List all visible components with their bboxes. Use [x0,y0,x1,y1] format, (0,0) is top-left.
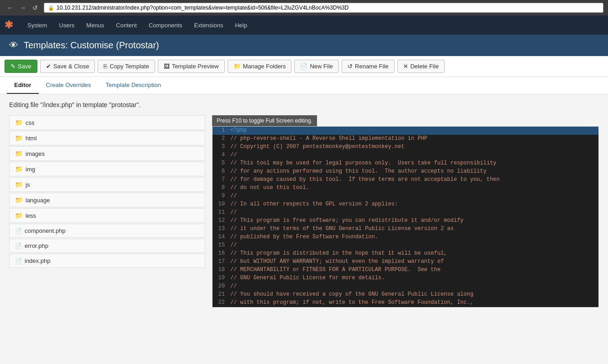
file-error-php[interactable]: 📄 error.php [9,239,205,253]
code-line-2: 2// php-reverse-shell - A Reverse Shell … [213,135,598,143]
tab-strip: Editor Create Overrides Template Descrip… [0,77,608,94]
folder-icon-js: 📁 [15,181,23,188]
file-component-php[interactable]: 📄 component.php [9,224,205,238]
line-content-19: // GNU General Public License for more d… [229,274,598,282]
save-close-button[interactable]: ✔ Save & Close [40,60,95,73]
delete-file-button[interactable]: ✕ Delete File [397,60,445,73]
line-content-12: // This program is free software; you ca… [229,217,598,224]
file-label-error: error.php [25,242,48,249]
browser-chrome: ← → ↺ 🔒 10.10.231.212/administrator/inde… [0,0,608,15]
code-line-19: 19// GNU General Public License for more… [213,274,598,282]
line-content-13: // it under the terms of the GNU General… [229,225,598,232]
forward-button[interactable]: → [17,3,28,12]
nav-extensions[interactable]: Extensions [189,17,229,33]
rename-file-label: Rename File [355,63,389,70]
line-number-15: 15 [213,241,229,249]
folder-html[interactable]: 📁 html [9,131,205,145]
folder-language[interactable]: 📁 language [9,193,205,207]
templates-icon: 👁 [9,40,18,51]
folder-icon-images: 📁 [15,150,23,157]
code-line-11: 11// [213,209,598,217]
template-preview-button[interactable]: 🖼 Template Preview [158,60,225,73]
joomla-logo: ✱ [5,19,13,31]
file-index-php[interactable]: 📄 index.php [9,254,205,268]
editor-panel: Press F10 to toggle Full Screen editing.… [212,115,599,308]
code-line-4: 4// [213,151,598,159]
code-line-10: 10// In all other respects the GPL versi… [213,200,598,209]
line-content-8: // do not use this tool. [229,184,598,191]
check-icon: ✔ [46,63,51,70]
code-line-15: 15// [213,241,598,250]
delete-file-label: Delete File [411,63,439,70]
folder-less[interactable]: 📁 less [9,208,205,223]
code-line-21: 21// You should have received a copy of … [213,291,598,299]
line-content-14: // published by the Free Software Founda… [229,233,598,241]
line-number-9: 9 [213,192,229,200]
folder-label-html: html [26,135,37,142]
folder-icon-html: 📁 [15,134,23,142]
folder-icon: 📁 [234,63,241,70]
reload-button[interactable]: ↺ [30,3,40,12]
code-line-22: 22// with this program; if not, write to… [213,299,598,307]
line-number-19: 19 [213,274,229,282]
file-icon-component: 📄 [15,228,22,234]
new-file-button[interactable]: 📄 New File [294,60,339,73]
line-content-18: // MERCHANTABILITY or FITNESS FOR A PART… [229,266,598,273]
line-content-5: // This tool may be used for legal purpo… [229,159,598,167]
folder-label-img: img [26,166,35,173]
lock-icon: 🔒 [48,5,54,11]
line-content-2: // php-reverse-shell - A Reverse Shell i… [229,135,598,142]
save-label: Save [18,63,31,70]
folder-label-images: images [26,150,45,157]
manage-folders-button[interactable]: 📁 Manage Folders [228,60,292,73]
folder-icon-css: 📁 [15,119,23,126]
folder-img[interactable]: 📁 img [9,162,205,176]
copy-template-label: Copy Template [109,63,149,70]
folder-js[interactable]: 📁 js [9,177,205,192]
code-line-13: 13// it under the terms of the GNU Gener… [213,225,598,233]
code-lines: 1<?php2// php-reverse-shell - A Reverse … [213,127,598,307]
line-content-7: // for damage caused by this tool. If th… [229,176,598,183]
code-line-9: 9// [213,192,598,200]
save-button[interactable]: ✎ Save [5,60,37,73]
back-button[interactable]: ← [5,3,16,12]
line-number-12: 12 [213,217,229,224]
line-content-16: // This program is distributed in the ho… [229,250,598,257]
nav-menus[interactable]: Menus [81,17,109,33]
code-line-17: 17// but WITHOUT ANY WARRANTY; without e… [213,258,598,266]
rename-file-button[interactable]: ↺ Rename File [342,60,395,73]
copy-template-button[interactable]: ⎘ Copy Template [98,60,155,73]
tab-create-overrides[interactable]: Create Overrides [39,77,99,94]
line-number-10: 10 [213,200,229,208]
folder-icon-less: 📁 [15,212,23,219]
line-number-1: 1 [213,127,229,134]
nav-system[interactable]: System [22,17,52,33]
tab-editor[interactable]: Editor [7,77,39,94]
rename-icon: ↺ [348,63,353,70]
line-number-21: 21 [213,291,229,298]
code-line-18: 18// MERCHANTABILITY or FITNESS FOR A PA… [213,266,598,274]
nav-components[interactable]: Components [143,17,188,33]
url-text: 10.10.231.212/administrator/index.php?op… [57,5,348,11]
line-content-17: // but WITHOUT ANY WARRANTY; without eve… [229,258,598,265]
nav-users[interactable]: Users [53,17,80,33]
folder-images[interactable]: 📁 images [9,146,205,161]
line-content-10: // In all other respects the GPL version… [229,200,598,208]
code-editor[interactable]: 1<?php2// php-reverse-shell - A Reverse … [212,126,599,308]
main-layout: 📁 css 📁 html 📁 images 📁 img 📁 js 📁 l [9,115,599,308]
page-header: 👁 Templates: Customise (Protostar) [0,35,608,56]
folder-label-css: css [26,119,35,126]
line-number-20: 20 [213,282,229,290]
preview-icon: 🖼 [164,63,170,70]
line-number-8: 8 [213,184,229,191]
nav-help[interactable]: Help [229,17,253,33]
tab-template-description[interactable]: Template Description [99,77,168,94]
line-number-6: 6 [213,168,229,175]
line-number-3: 3 [213,143,229,150]
page-title: Templates: Customise (Protostar) [24,40,159,51]
manage-folders-label: Manage Folders [243,63,286,70]
nav-content[interactable]: Content [110,17,142,33]
folder-css[interactable]: 📁 css [9,115,205,130]
line-number-13: 13 [213,225,229,232]
address-bar[interactable]: 🔒 10.10.231.212/administrator/index.php?… [44,3,603,13]
